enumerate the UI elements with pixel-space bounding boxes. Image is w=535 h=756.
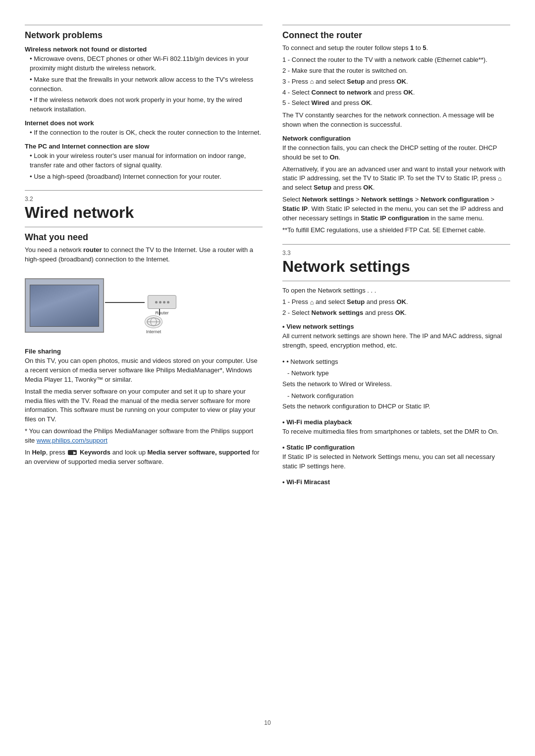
netsettings-section-num: 3.3 — [282, 250, 510, 256]
arrow-icon — [68, 450, 77, 455]
internet-heading: Internet does not work — [25, 119, 263, 127]
philips-support-link[interactable]: www.philips.com/support — [37, 437, 107, 444]
wireless-heading: Wireless network not found or distorted — [25, 46, 263, 53]
network-diagram: Router Intern — [25, 273, 263, 343]
netsettings-title-divider — [282, 281, 510, 281]
pc-bullet-1: Look in your wireless router's user manu… — [25, 151, 263, 170]
wireless-bullet-2: Make sure that the firewalls in your net… — [25, 75, 263, 94]
wifi-media-text: To receive multimedia files from smartph… — [282, 427, 510, 437]
page: Network problems Wireless network not fo… — [0, 0, 535, 756]
connect-router-title: Connect the router — [282, 30, 510, 41]
home-icon-netsettings1: ⌂ — [310, 298, 314, 307]
connect-step-5: 5 - Select Wired and press OK. — [282, 99, 510, 108]
file-sharing-heading: File sharing — [25, 348, 263, 355]
top-divider-left — [25, 25, 263, 25]
network-config-text: Sets the network configuration to DHCP o… — [282, 402, 510, 411]
home-icon-step3: ⌂ — [310, 77, 314, 87]
network-problems-title: Network problems — [25, 30, 263, 41]
wired-divider — [25, 190, 263, 191]
router-label: Router — [155, 310, 168, 315]
tv-diagram — [25, 278, 104, 333]
what-you-need-title: What you need — [25, 232, 263, 243]
wireless-bullet-3: If the wireless network does not work pr… — [25, 96, 263, 114]
file-sharing-help-text: In Help, press Keywords and look up Medi… — [25, 448, 263, 467]
view-network-text: All current network settings are shown h… — [282, 332, 510, 351]
file-sharing-text1: On this TV, you can open photos, music a… — [25, 356, 263, 385]
netsettings-title: Network settings — [282, 257, 510, 276]
wired-network-title: Wired network — [25, 203, 263, 222]
tv-screen — [30, 285, 99, 327]
connect-step-2: 2 - Make sure that the router is switche… — [282, 66, 510, 76]
miracast-bullet: • Wi-Fi Miracast — [282, 478, 510, 486]
netsettings-divider — [282, 244, 510, 245]
connect-step-3: 3 - Press ⌂ and select Setup and press O… — [282, 77, 510, 87]
globe-icon — [147, 317, 160, 326]
left-column: Network problems Wireless network not fo… — [25, 20, 263, 705]
net-config-text2: Alternatively, if you are an advanced us… — [282, 165, 510, 193]
net-config-text1: If the connection fails, you can check t… — [282, 144, 510, 162]
router-body — [148, 295, 176, 309]
file-sharing-text2: Install the media server software on you… — [25, 387, 263, 424]
connect-step-1: 1 - Connect the router to the TV with a … — [282, 55, 510, 65]
connect-after-steps: The TV constantly searches for the netwo… — [282, 111, 510, 130]
view-network-heading: • View network settings — [282, 323, 510, 330]
wired-title-divider — [25, 227, 263, 227]
pc-heading: The PC and Internet connection are slow — [25, 143, 263, 150]
net-config-text3: Select Network settings > Network settin… — [282, 195, 510, 223]
internet-bullet-1: If the connection to the router is OK, c… — [25, 128, 263, 138]
netsettings-intro: To open the Network settings . . . — [282, 286, 510, 296]
home-icon-config: ⌂ — [498, 174, 502, 184]
netsettings-step-1: 1 - Press ⌂ and select Setup and press O… — [282, 298, 510, 307]
page-number: 10 — [25, 719, 510, 726]
network-config-dash: Network configuration — [282, 392, 510, 401]
wireless-bullet-1: Microwave ovens, DECT phones or other Wi… — [25, 54, 263, 73]
static-ip-text: If Static IP is selected in Network Sett… — [282, 453, 510, 471]
netsettings-bullet: • Network settings — [282, 357, 510, 367]
what-you-need-text: You need a network router to connect the… — [25, 246, 263, 264]
internet-diagram: Internet — [145, 315, 162, 334]
wifi-media-bullet: • Wi-Fi media playback — [282, 418, 510, 426]
top-divider-right — [282, 25, 510, 25]
connect-router-intro: To connect and setup the router follow s… — [282, 44, 510, 53]
router-diagram: Router — [145, 295, 179, 315]
netsettings-step-2: 2 - Select Network settings and press OK… — [282, 308, 510, 318]
network-type-dash: Network type — [282, 369, 510, 378]
right-column: Connect the router To connect and setup … — [282, 20, 510, 705]
network-type-text: Sets the network to Wired or Wireless. — [282, 380, 510, 389]
file-sharing-text3: * You can download the Philips MediaMana… — [25, 427, 263, 446]
net-config-heading: Network configuration — [282, 135, 510, 142]
internet-label: Internet — [146, 329, 161, 334]
net-config-text4: **To fulfill EMC regulations, use a shie… — [282, 226, 510, 235]
static-ip-bullet: • Static IP configuration — [282, 444, 510, 451]
connect-step-4: 4 - Select Connect to network and press … — [282, 88, 510, 98]
pc-bullet-2: Use a high-speed (broadband) Internet co… — [25, 172, 263, 182]
wired-section-num: 3.2 — [25, 196, 263, 202]
ethernet-cable-diagram — [105, 302, 145, 303]
vertical-cable-diagram — [159, 309, 160, 315]
